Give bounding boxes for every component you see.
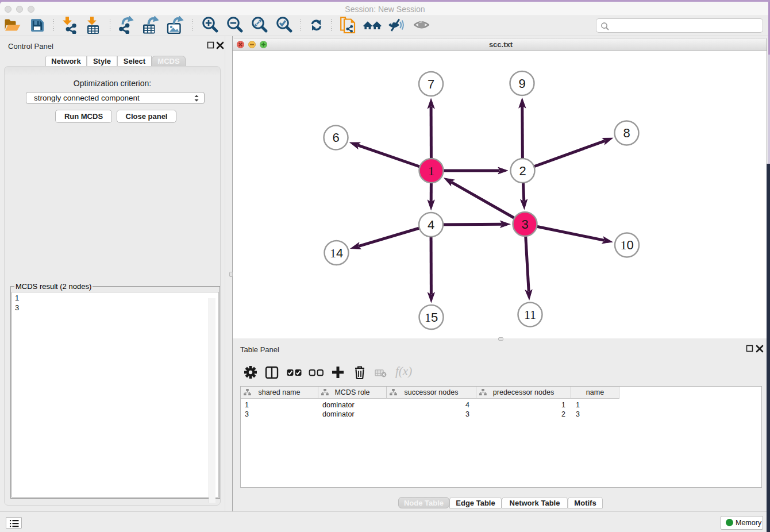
svg-text:6: 6 [332,130,339,145]
svg-text:14: 14 [330,246,343,260]
svg-text:15: 15 [425,310,438,325]
svg-text:4: 4 [428,218,434,232]
svg-text:1: 1 [428,164,434,178]
svg-text:9: 9 [518,76,525,91]
svg-text:7: 7 [428,77,434,91]
svg-text:11: 11 [524,307,536,322]
svg-text:8: 8 [623,126,630,140]
svg-text:2: 2 [519,164,526,178]
svg-text:3: 3 [521,217,528,232]
svg-text:10: 10 [620,238,633,252]
